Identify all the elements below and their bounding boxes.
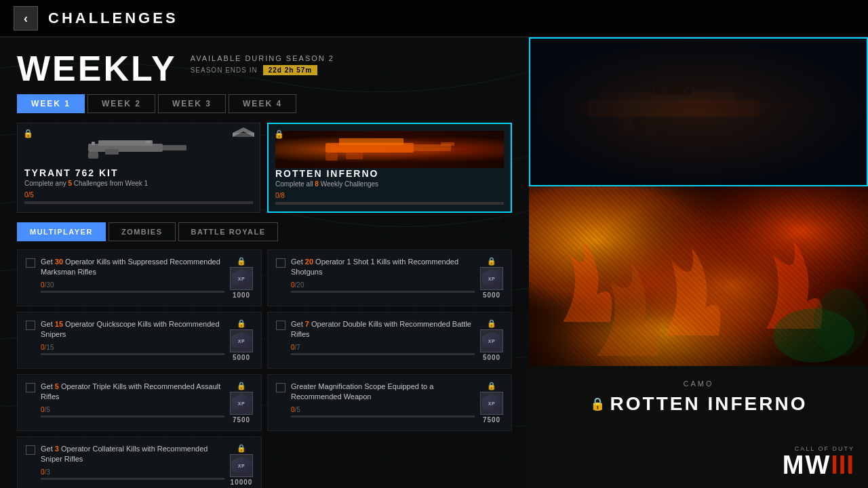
xp-text-2: XP: [488, 277, 495, 281]
tyrant-progress-bar: [24, 201, 253, 204]
weekly-title: WEEKLY: [17, 51, 177, 86]
weekly-meta: AVAILABLE DURING SEASON 2 SEASON ENDS IN…: [191, 51, 334, 75]
svg-rect-12: [346, 152, 363, 159]
inferno-progress-bar: [275, 202, 504, 205]
tyrant-gun-area: [24, 130, 253, 167]
challenge-item-6[interactable]: Greater Magnification Scope Equipped to …: [267, 374, 512, 431]
xp-text-1: XP: [238, 277, 245, 281]
xp-text-7: XP: [238, 464, 245, 468]
header-title: CHALLENGES: [48, 9, 178, 27]
challenge-content-2: Get 20 Operator 1 Shot 1 Kills with Reco…: [291, 257, 475, 293]
challenge-checkbox-3[interactable]: [26, 321, 35, 330]
xp-badge-3: XP: [230, 329, 253, 352]
back-arrow-icon: ‹: [24, 12, 28, 26]
inferno-progress-text: 0/8: [275, 192, 504, 199]
challenge-checkbox-7[interactable]: [26, 445, 35, 455]
svg-rect-5: [105, 149, 119, 155]
tab-week4[interactable]: WEEK 4: [229, 94, 296, 113]
challenges-grid: Get 30 Operator Kills with Suppressed Re…: [17, 249, 512, 488]
challenge-content-5: Get 5 Operator Triple Kills with Recomme…: [41, 382, 224, 418]
back-button[interactable]: ‹: [14, 6, 38, 30]
challenge-bar-7: [41, 478, 224, 480]
challenge-bar-1: [41, 291, 224, 293]
main-content: WEEKLY AVAILABLE DURING SEASON 2 SEASON …: [0, 37, 529, 488]
right-panel: CAMO 🔒 ROTTEN INFERNO CALL OF DUTY MW II…: [529, 37, 868, 488]
challenge-text-2: Get 20 Operator 1 Shot 1 Kills with Reco…: [291, 257, 475, 278]
challenge-right-2: 🔒 XP 5000: [480, 257, 503, 299]
challenge-item-2[interactable]: Get 20 Operator 1 Shot 1 Kills with Reco…: [267, 249, 512, 306]
tab-week3[interactable]: WEEK 3: [158, 94, 226, 113]
challenge-checkbox-5[interactable]: [26, 383, 35, 392]
challenge-bar-5: [41, 415, 224, 418]
challenge-checkbox-1[interactable]: [26, 258, 35, 268]
tyrant-gun-svg: [85, 134, 193, 164]
xp-amount-6: 7500: [483, 416, 500, 424]
cod-logo: CALL OF DUTY MW III: [783, 445, 854, 478]
tab-zombies[interactable]: ZOMBIES: [108, 222, 176, 241]
camo-label: CAMO: [542, 380, 854, 388]
challenge-text-7: Get 3 Operator Collateral Kills with Rec…: [41, 444, 224, 465]
challenge-text-5: Get 5 Operator Triple Kills with Recomme…: [41, 382, 224, 403]
challenge-item-4[interactable]: Get 7 Operator Double Kills with Recomme…: [267, 312, 512, 369]
lock-icon-tyrant: 🔒: [23, 129, 33, 138]
tyrant-title: TYRANT 762 KIT: [24, 167, 253, 178]
challenge-right-3: 🔒 XP 5000: [230, 319, 253, 361]
inferno-title: ROTTEN INFERNO: [275, 168, 504, 179]
camo-title: ROTTEN INFERNO: [610, 393, 808, 415]
mwiii-logo: MW III: [783, 452, 854, 478]
tab-week1[interactable]: WEEK 1: [17, 94, 85, 113]
lock-icon-6: 🔒: [487, 382, 496, 390]
week-tabs: WEEK 1 WEEK 2 WEEK 3 WEEK 4: [17, 94, 512, 113]
camo-name-row: 🔒 ROTTEN INFERNO: [542, 393, 854, 415]
challenge-item-5[interactable]: Get 5 Operator Triple Kills with Recomme…: [17, 374, 262, 431]
challenge-progress-2: 0/20: [291, 281, 475, 289]
reward-card-tyrant[interactable]: 🔒 TYRANT 762 KIT: [17, 123, 260, 213]
xp-text-6: XP: [488, 401, 495, 406]
xp-badge-1: XP: [230, 267, 253, 290]
challenge-checkbox-6[interactable]: [276, 383, 285, 392]
challenge-text-3: Get 15 Operator Quickscope Kills with Re…: [41, 319, 224, 340]
svg-rect-4: [163, 145, 186, 150]
challenge-item-1[interactable]: Get 30 Operator Kills with Suppressed Re…: [17, 249, 262, 306]
xp-badge-7: XP: [230, 454, 253, 477]
xp-badge-5: XP: [230, 392, 253, 415]
lock-icon-inferno: 🔒: [274, 129, 284, 139]
weekly-header: WEEKLY AVAILABLE DURING SEASON 2 SEASON …: [17, 51, 512, 86]
season-ends: SEASON ENDS IN 22d 2h 57m: [191, 65, 334, 75]
gun-showcase-bg: [530, 39, 867, 185]
season-ends-label: SEASON ENDS IN: [191, 66, 258, 74]
challenge-item-7[interactable]: Get 3 Operator Collateral Kills with Rec…: [17, 436, 262, 488]
challenge-content-6: Greater Magnification Scope Equipped to …: [291, 382, 475, 418]
svg-rect-3: [98, 140, 153, 146]
challenge-content-4: Get 7 Operator Double Kills with Recomme…: [291, 319, 475, 355]
svg-rect-8: [146, 140, 151, 143]
challenge-progress-3: 0/15: [41, 344, 224, 351]
challenge-progress-7: 0/3: [41, 468, 224, 476]
tyrant-progress-text: 0/5: [24, 191, 253, 199]
tyrant-subtitle: Complete any 5 Challenges from Week 1: [24, 180, 253, 187]
challenge-text-4: Get 7 Operator Double Kills with Recomme…: [291, 319, 475, 340]
timer-badge: 22d 2h 57m: [263, 65, 317, 75]
challenge-bar-4: [291, 353, 475, 355]
challenge-checkbox-4[interactable]: [276, 321, 285, 330]
lock-icon-2: 🔒: [487, 257, 496, 266]
card-logo: [233, 127, 254, 145]
challenge-text-1: Get 30 Operator Kills with Suppressed Re…: [41, 257, 224, 278]
challenge-bar-2: [291, 291, 475, 293]
challenge-progress-1: 0/30: [41, 281, 224, 289]
tab-battle-royale[interactable]: BATTLE ROYALE: [178, 222, 279, 241]
available-text: AVAILABLE DURING SEASON 2: [191, 54, 334, 62]
lock-icon-7: 🔒: [237, 444, 246, 453]
inferno-subtitle: Complete all 8 Weekly Challenges: [275, 180, 504, 188]
challenge-content-1: Get 30 Operator Kills with Suppressed Re…: [41, 257, 224, 293]
tab-multiplayer[interactable]: MULTIPLAYER: [17, 222, 106, 241]
challenge-item-3[interactable]: Get 15 Operator Quickscope Kills with Re…: [17, 312, 262, 369]
reward-card-inferno[interactable]: 🔒 ROTTEN INFERNO Complete all 8 Weekly C…: [267, 123, 512, 213]
challenge-checkbox-2[interactable]: [276, 258, 285, 268]
tab-week2[interactable]: WEEK 2: [87, 94, 155, 113]
lock-icon-5: 🔒: [237, 382, 246, 390]
xp-badge-2: XP: [480, 267, 503, 290]
xp-amount-7: 10000: [231, 479, 253, 486]
svg-rect-6: [88, 152, 98, 159]
challenge-progress-6: 0/5: [291, 406, 475, 413]
